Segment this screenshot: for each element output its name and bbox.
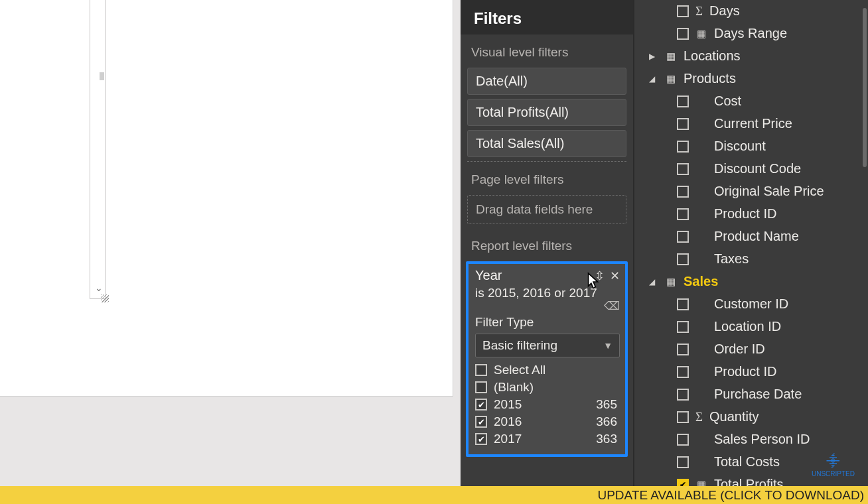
chevron-right-icon[interactable]: ▶ <box>649 52 658 61</box>
field-label: Customer ID <box>714 296 861 312</box>
visual-frame[interactable]: ⌄ <box>90 0 106 299</box>
field-item-total-costs[interactable]: Total Costs <box>634 451 868 473</box>
field-item-days-range[interactable]: ▦Days Range <box>634 23 868 45</box>
field-label: Sales Person ID <box>714 432 861 447</box>
field-label: Sales <box>684 274 861 289</box>
field-item-product-id[interactable]: Product ID <box>634 361 868 383</box>
filter-value-2015[interactable]: 2015 365 <box>475 396 620 413</box>
scroll-down-icon[interactable]: ⌄ <box>94 281 104 294</box>
checkbox[interactable] <box>677 163 689 175</box>
visual-filter-total-profits-label: Total Profits(All) <box>476 105 569 119</box>
checkbox-checked[interactable] <box>475 399 487 410</box>
field-item-product-id[interactable]: Product ID <box>634 203 868 225</box>
checkbox[interactable] <box>677 231 689 243</box>
checkbox[interactable] <box>677 95 689 107</box>
checkbox-checked[interactable] <box>475 416 487 428</box>
field-item-location-id[interactable]: Location ID <box>634 316 868 338</box>
spacer <box>661 186 670 197</box>
checkbox[interactable] <box>677 186 689 198</box>
visual-filter-date[interactable]: Date(All) <box>467 68 626 95</box>
checkbox[interactable] <box>677 28 689 40</box>
page-level-filters-label: Page level filters <box>461 162 633 191</box>
field-item-sales-person-id[interactable]: Sales Person ID <box>634 428 868 451</box>
checkbox[interactable] <box>677 118 689 130</box>
checkbox[interactable] <box>475 381 487 393</box>
checkbox[interactable] <box>677 298 689 310</box>
filter-value-select-all[interactable]: Select All <box>475 361 620 379</box>
report-level-filters-label: Report level filters <box>461 228 633 257</box>
checkbox[interactable] <box>677 253 689 265</box>
spacer <box>661 479 670 487</box>
field-label: Product Name <box>714 229 861 244</box>
checkbox[interactable] <box>677 434 689 446</box>
field-label: Days <box>709 3 861 19</box>
field-item-purchase-date[interactable]: Purchase Date <box>634 383 868 406</box>
checkbox[interactable] <box>475 364 487 376</box>
spacer <box>661 299 670 310</box>
clear-filter-icon[interactable]: ⌫ <box>604 299 620 313</box>
collapse-icon[interactable]: ⇳ <box>595 269 605 283</box>
fields-scrollbar[interactable] <box>863 0 867 486</box>
spacer <box>661 141 670 152</box>
fields-panel: ΣDays ▦Days Range▶▦Locations◢▦Products C… <box>634 0 868 486</box>
chevron-down-icon[interactable]: ◢ <box>649 74 658 84</box>
checkbox-checked[interactable] <box>677 479 689 487</box>
filter-value-2017[interactable]: 2017 363 <box>475 430 620 448</box>
visual-filter-total-sales[interactable]: Total Sales(All) <box>467 130 626 157</box>
scrollbar-thumb[interactable] <box>863 8 867 167</box>
field-item-discount-code[interactable]: Discount Code <box>634 158 868 180</box>
checkbox[interactable] <box>677 141 689 153</box>
filter-type-dropdown[interactable]: Basic filtering ▼ <box>475 334 620 357</box>
spacer <box>661 344 670 355</box>
close-icon[interactable]: ✕ <box>610 269 620 283</box>
field-item-original-sale-price[interactable]: Original Sale Price <box>634 180 868 203</box>
visual-level-filters-label: Visual level filters <box>461 34 633 64</box>
field-item-quantity[interactable]: ΣQuantity <box>634 406 868 428</box>
checkbox[interactable] <box>677 411 689 423</box>
visual-filter-total-profits[interactable]: Total Profits(All) <box>467 99 626 126</box>
field-label: Discount <box>714 139 861 154</box>
checkbox[interactable] <box>677 456 689 468</box>
update-bar-text: UPDATE AVAILABLE (CLICK TO DOWNLOAD) <box>597 488 864 503</box>
field-label: Discount Code <box>714 161 861 176</box>
spacer <box>661 322 670 332</box>
spacer <box>661 412 670 422</box>
table-icon: ▦ <box>665 50 677 62</box>
field-item-taxes[interactable]: Taxes <box>634 248 868 271</box>
checkbox-checked[interactable] <box>475 433 487 445</box>
resize-handle-icon[interactable] <box>101 294 109 302</box>
selection-handle[interactable] <box>100 72 104 80</box>
field-item-order-id[interactable]: Order ID <box>634 338 868 361</box>
field-item-discount[interactable]: Discount <box>634 135 868 158</box>
checkbox[interactable] <box>677 366 689 378</box>
fields-table-products[interactable]: ◢▦Products <box>634 68 868 90</box>
filters-panel-title: Filters <box>461 0 633 34</box>
checkbox[interactable] <box>677 5 689 17</box>
filter-value-label: 2016 <box>494 414 589 429</box>
filter-value-2016[interactable]: 2016 366 <box>475 413 620 430</box>
fields-table-sales[interactable]: ◢▦Sales <box>634 271 868 293</box>
field-label: Location ID <box>714 319 861 334</box>
field-item-total-profits[interactable]: ▦Total Profits <box>634 473 868 486</box>
checkbox[interactable] <box>677 321 689 333</box>
field-item-product-name[interactable]: Product Name <box>634 225 868 248</box>
field-item-days[interactable]: ΣDays <box>634 0 868 23</box>
spacer <box>661 367 670 377</box>
chevron-down-icon[interactable]: ◢ <box>649 277 658 286</box>
page-filter-dropzone[interactable]: Drag data fields here <box>467 195 626 224</box>
filter-value-label: 2015 <box>494 397 589 412</box>
field-label: Current Price <box>714 116 861 131</box>
checkbox[interactable] <box>677 389 689 401</box>
fields-table-locations[interactable]: ▶▦Locations <box>634 45 868 68</box>
report-filter-year[interactable]: Year ⇳ ✕ is 2015, 2016 or 2017 ⌫ Filter … <box>466 261 628 457</box>
checkbox[interactable] <box>677 208 689 220</box>
update-available-bar[interactable]: UPDATE AVAILABLE (CLICK TO DOWNLOAD) <box>0 486 868 504</box>
report-filter-summary: is 2015, 2016 or 2017 <box>475 286 620 300</box>
field-item-cost[interactable]: Cost <box>634 90 868 113</box>
filter-value-blank[interactable]: (Blank) <box>475 379 620 396</box>
sigma-icon: Σ <box>695 4 703 19</box>
spacer <box>661 389 670 400</box>
field-item-current-price[interactable]: Current Price <box>634 113 868 135</box>
checkbox[interactable] <box>677 344 689 355</box>
field-item-customer-id[interactable]: Customer ID <box>634 293 868 316</box>
